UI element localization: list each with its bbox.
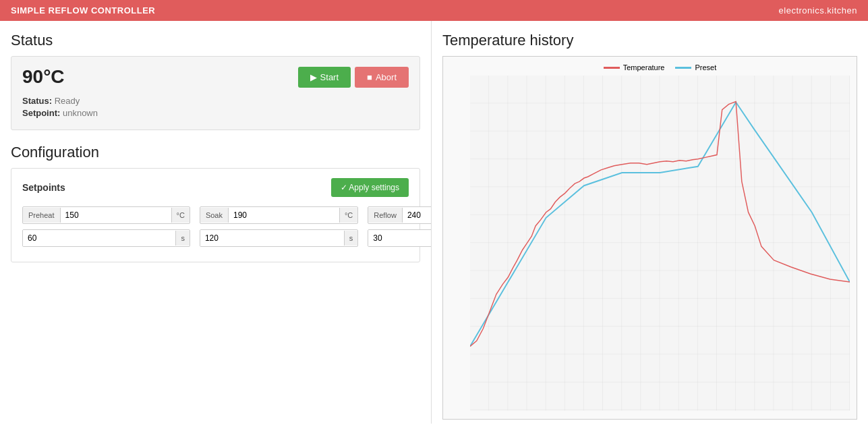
soak-temp-row: Soak °C xyxy=(200,206,358,224)
stop-icon: ■ xyxy=(367,72,372,82)
reflow-time-input[interactable] xyxy=(368,230,432,246)
reflow-label: Reflow xyxy=(368,208,403,223)
preheat-temp-row: Preheat °C xyxy=(22,206,190,224)
preheat-label: Preheat xyxy=(23,208,61,223)
app-header: SIMPLE REFLOW CONTROLLER electronics.kit… xyxy=(0,0,868,21)
soak-temp-input[interactable] xyxy=(229,207,339,223)
legend-temperature-label: Temperature xyxy=(623,63,665,72)
status-box: 90°C ▶ Start ■ Abort Status: Ready Setpo… xyxy=(11,56,420,130)
preheat-col: Preheat °C s xyxy=(22,206,190,252)
soak-col: Soak °C s xyxy=(200,206,358,252)
control-buttons: ▶ Start ■ Abort xyxy=(298,67,409,88)
temperature-chart: 0 25 50 75 100 125 150 175 200 225 250 2… xyxy=(470,76,850,411)
chart-title: Temperature history xyxy=(442,32,857,49)
app-title: SIMPLE REFLOW CONTROLLER xyxy=(11,5,155,16)
soak-time-input[interactable] xyxy=(200,230,344,246)
reflow-temp-input[interactable] xyxy=(403,207,432,223)
soak-time-row: s xyxy=(200,229,358,247)
chart-container: Temperature Preset xyxy=(442,56,857,420)
legend-preset-line xyxy=(675,67,691,69)
status-title: Status xyxy=(11,32,420,49)
legend-preset: Preset xyxy=(675,63,716,72)
config-title: Configuration xyxy=(11,144,420,161)
preheat-temp-input[interactable] xyxy=(61,207,171,223)
legend-preset-label: Preset xyxy=(695,63,716,72)
reflow-temp-row: Reflow °C xyxy=(368,206,432,224)
soak-time-unit: s xyxy=(344,231,358,246)
reflow-col: Reflow °C s xyxy=(368,206,432,252)
legend-temperature-line xyxy=(604,67,620,69)
preheat-time-input[interactable] xyxy=(23,230,175,246)
left-panel: Status 90°C ▶ Start ■ Abort Status: xyxy=(0,21,432,424)
play-icon: ▶ xyxy=(310,72,317,82)
config-box: Setpoints ✓ Apply settings Preheat °C xyxy=(11,168,420,262)
preheat-temp-unit: °C xyxy=(171,208,190,223)
status-info: Status: Ready Setpoint: unknown xyxy=(22,96,409,118)
preheat-time-unit: s xyxy=(175,231,190,246)
soak-temp-unit: °C xyxy=(339,208,357,223)
soak-label: Soak xyxy=(200,208,229,223)
setpoint-value: unknown xyxy=(63,108,98,118)
start-button[interactable]: ▶ Start xyxy=(298,67,351,88)
configuration-section: Configuration Setpoints ✓ Apply settings… xyxy=(11,144,420,262)
status-label: Status: xyxy=(22,96,52,106)
abort-button[interactable]: ■ Abort xyxy=(355,67,409,88)
right-panel: Temperature history Temperature Preset xyxy=(432,21,868,424)
setpoints-title: Setpoints xyxy=(22,182,65,193)
legend-temperature: Temperature xyxy=(604,63,665,72)
setpoint-label: Setpoint: xyxy=(22,108,60,118)
temperature-display: 90°C xyxy=(22,66,65,88)
apply-settings-button[interactable]: ✓ Apply settings xyxy=(331,178,409,197)
preheat-time-row: s xyxy=(22,229,190,247)
setpoints-grid: Preheat °C s Soak xyxy=(22,206,409,252)
reflow-time-row: s xyxy=(368,229,432,247)
brand-link[interactable]: electronics.kitchen xyxy=(779,5,857,16)
chart-legend: Temperature Preset xyxy=(470,63,850,72)
status-value: Ready xyxy=(55,96,80,106)
